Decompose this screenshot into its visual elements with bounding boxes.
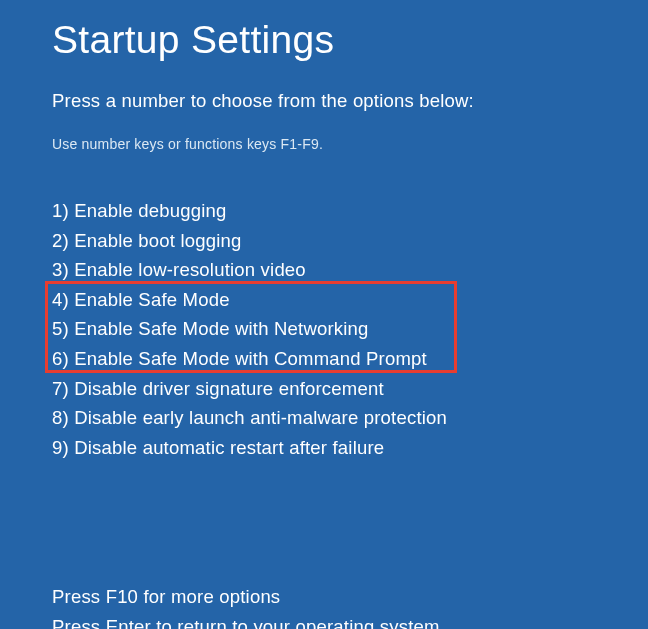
option-number: 7 xyxy=(52,378,63,399)
option-label: Disable driver signature enforcement xyxy=(74,378,384,399)
option-8-disable-antimalware[interactable]: 8) Disable early launch anti-malware pro… xyxy=(52,403,596,433)
option-label: Enable Safe Mode with Networking xyxy=(74,318,368,339)
instruction-hint: Use number keys or functions keys F1-F9. xyxy=(52,136,596,152)
option-number: 3 xyxy=(52,259,63,280)
option-label: Disable early launch anti-malware protec… xyxy=(74,407,447,428)
option-number: 1 xyxy=(52,200,63,221)
option-5-safe-mode-networking[interactable]: 5) Enable Safe Mode with Networking xyxy=(52,314,596,344)
return-hint: Press Enter to return to your operating … xyxy=(52,612,596,629)
option-6-safe-mode-cmd[interactable]: 6) Enable Safe Mode with Command Prompt xyxy=(52,344,596,374)
option-7-disable-driver-sig[interactable]: 7) Disable driver signature enforcement xyxy=(52,374,596,404)
options-list: 1) Enable debugging 2) Enable boot loggi… xyxy=(52,196,596,462)
option-number: 2 xyxy=(52,230,63,251)
option-1-debugging[interactable]: 1) Enable debugging xyxy=(52,196,596,226)
option-4-safe-mode[interactable]: 4) Enable Safe Mode xyxy=(52,285,596,315)
option-3-low-res-video[interactable]: 3) Enable low-resolution video xyxy=(52,255,596,285)
option-2-boot-logging[interactable]: 2) Enable boot logging xyxy=(52,226,596,256)
option-9-disable-auto-restart[interactable]: 9) Disable automatic restart after failu… xyxy=(52,433,596,463)
option-label: Enable boot logging xyxy=(74,230,241,251)
page-title: Startup Settings xyxy=(52,18,596,62)
more-options-hint: Press F10 for more options xyxy=(52,582,596,612)
option-label: Enable low-resolution video xyxy=(74,259,306,280)
option-number: 5 xyxy=(52,318,63,339)
footer-instructions: Press F10 for more options Press Enter t… xyxy=(52,582,596,629)
option-number: 4 xyxy=(52,289,63,310)
subtitle: Press a number to choose from the option… xyxy=(52,90,596,112)
option-label: Enable Safe Mode with Command Prompt xyxy=(74,348,427,369)
option-number: 6 xyxy=(52,348,63,369)
option-number: 9 xyxy=(52,437,63,458)
option-label: Disable automatic restart after failure xyxy=(74,437,384,458)
option-number: 8 xyxy=(52,407,63,428)
option-label: Enable debugging xyxy=(74,200,226,221)
option-label: Enable Safe Mode xyxy=(74,289,229,310)
